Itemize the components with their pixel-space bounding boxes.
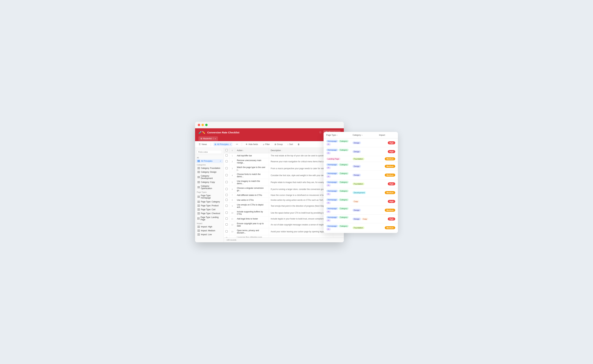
sidebar-page-landing[interactable]: Page Type: Landing Page (196, 215, 223, 221)
sidebar-category-foundation[interactable]: Category: Foundation (196, 166, 223, 170)
sidebar-page-product[interactable]: Page Type: Product (196, 204, 223, 208)
page-type-tag: Category (339, 140, 349, 143)
page-type-tag: Homepage (326, 198, 338, 201)
sidebar-category-copy[interactable]: Category: Copy (196, 180, 223, 184)
row-number: 7 (229, 193, 235, 198)
page-types-section-label: Page Types (195, 190, 224, 194)
more-options-button[interactable]: ••• (235, 143, 239, 146)
sidebar-page-category[interactable]: Page Type: Category (196, 200, 223, 204)
panel-row: HomepageCategoryPr Foundation Medium (323, 223, 398, 232)
grid-view-icon: ⊞ (215, 143, 216, 146)
all-label: All (197, 157, 199, 159)
row-checkbox[interactable] (225, 188, 228, 190)
grid-icon-prod (197, 204, 200, 207)
sidebar-all-principles-label: All Principles (201, 160, 212, 162)
panel-row: Landing Page Foundation Medium (323, 156, 398, 162)
row-checkbox[interactable] (225, 194, 228, 196)
grid-icon-medium (197, 229, 200, 232)
select-all-checkbox[interactable] (225, 149, 228, 151)
page-type-tag: Category (339, 163, 349, 166)
impact-badge: Medium (385, 165, 395, 168)
row-checkbox-cell (224, 186, 229, 193)
page-type-tag: Homepage (326, 149, 338, 151)
category-col-header[interactable]: Category ▾ (353, 134, 377, 136)
row-checkbox[interactable] (225, 217, 228, 220)
page-type-tag: Category (339, 216, 349, 219)
panel-header: Page Type ▾ Category ▾ Impact (323, 132, 398, 138)
sort-arrow-action: ↕ (243, 150, 244, 151)
sort-button[interactable]: ↕ Sort (286, 143, 294, 146)
impact-badge: High (388, 141, 395, 144)
row-checkbox[interactable] (225, 199, 228, 201)
tab-chevron-icon: ▾ (215, 138, 216, 140)
impact-col-header[interactable]: Impact (379, 134, 395, 136)
sidebar-impact-medium[interactable]: Impact: Medium (196, 229, 223, 233)
sidebar-page-checkout[interactable]: Page Type: Checkout (196, 212, 223, 215)
row-checkbox[interactable] (225, 212, 228, 214)
row-checkbox[interactable] (225, 167, 228, 169)
row-checkbox[interactable] (225, 174, 228, 176)
action-col-header[interactable]: Action ↕ (235, 148, 269, 153)
category-tag: Copy (352, 200, 360, 203)
views-label: Views (202, 143, 207, 146)
hide-fields-button[interactable]: 👁 Hide fields (245, 143, 259, 146)
grid-icon (197, 217, 199, 220)
row-checkbox-cell (224, 198, 229, 203)
delete-button[interactable]: 🗑 (297, 143, 301, 146)
views-icon: ☰ (199, 143, 201, 146)
action-cell: Use emojis on CTAs to depict acti... (235, 203, 269, 209)
views-button[interactable]: ☰ Views (198, 143, 208, 146)
category-development-label: Category: Development (201, 175, 222, 179)
action-cell: Match the page type to the user j... (235, 165, 269, 172)
panel-row: HomepageCategoryPr DesignCopy High (323, 214, 398, 223)
sidebar-category-optimization[interactable]: Category: Optimization (196, 184, 223, 190)
sidebar-page-cart[interactable]: Page Type: Cart (196, 208, 223, 211)
row-checkbox[interactable] (225, 230, 228, 233)
row-checkbox[interactable] (225, 154, 228, 156)
description-col-label: Description (271, 149, 281, 152)
page-landing-label: Page Type: Landing Page (201, 216, 221, 221)
row-checkbox[interactable] (225, 223, 228, 226)
group-button[interactable]: ⊞ Group (274, 143, 284, 146)
row-checkbox-cell (224, 216, 229, 221)
panel-row: HomepageCategoryPr Design Medium (323, 206, 398, 214)
maximize-button[interactable] (205, 124, 208, 126)
row-checkbox[interactable] (225, 160, 228, 162)
grid-icon (198, 230, 200, 232)
sidebar-all-principles[interactable]: All Principles ✓ (196, 159, 223, 163)
sidebar-category-design[interactable]: Category: Design (196, 170, 223, 174)
row-number: 13 (229, 228, 235, 235)
row-checkbox[interactable] (225, 181, 228, 183)
category-tag: Design (352, 142, 361, 144)
row-checkbox-cell (224, 165, 229, 172)
action-cell: Ensure copyright year is up to date (235, 221, 269, 228)
action-cell: Use verbs in CTAs (235, 198, 269, 203)
masterlist-tab[interactable]: ⊞ Masterlist ⓘ ▾ (198, 136, 218, 141)
record-count: 140 records (227, 239, 236, 241)
row-number: 3 (229, 165, 235, 172)
filter-button[interactable]: ⊿ Filter (262, 143, 271, 146)
sidebar-category-development[interactable]: Category: Development (196, 174, 223, 180)
panel-impact: High (378, 200, 395, 203)
minimize-button[interactable] (202, 124, 204, 126)
row-number: 9 (229, 203, 235, 209)
filter-label: Filter (265, 143, 270, 146)
impact-badge: Medium (385, 174, 395, 177)
all-principles-button[interactable]: ⊞ All Principles ✓ (214, 143, 232, 146)
sort-icon: ↕ (287, 143, 288, 146)
impact-badge: Medium (385, 209, 395, 212)
page-type-col-header[interactable]: Page Type ▾ (326, 134, 350, 136)
category-tag: Design (352, 150, 361, 153)
sidebar-impact-low[interactable]: Impact: Low (196, 233, 223, 236)
sidebar-page-homepage[interactable]: Page Type: Homepage (196, 194, 223, 200)
close-button[interactable] (198, 124, 200, 126)
row-number: 4 (229, 172, 235, 179)
sidebar-impact-high[interactable]: Impact: High (196, 225, 223, 229)
impact-badge: High (388, 217, 395, 221)
sidebar-search-input[interactable] (197, 150, 222, 154)
row-checkbox[interactable] (225, 205, 228, 207)
panel-row: HomepageCategoryPr Foundation High (323, 179, 398, 188)
page-type-tag: Category (339, 207, 349, 210)
panel-impact: High (378, 150, 395, 153)
check-icon: ✓ (220, 160, 221, 162)
